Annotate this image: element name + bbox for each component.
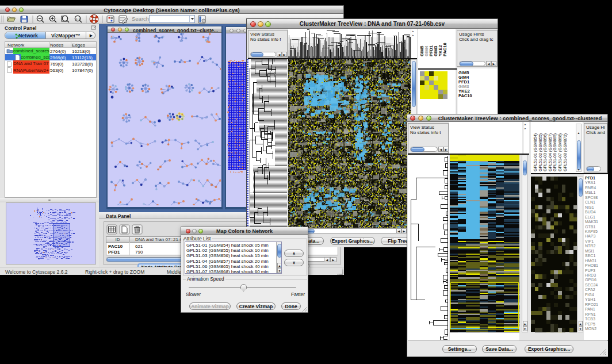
svg-text:1:1: 1:1 (76, 17, 80, 21)
svg-text:Search:: Search: (132, 16, 151, 22)
